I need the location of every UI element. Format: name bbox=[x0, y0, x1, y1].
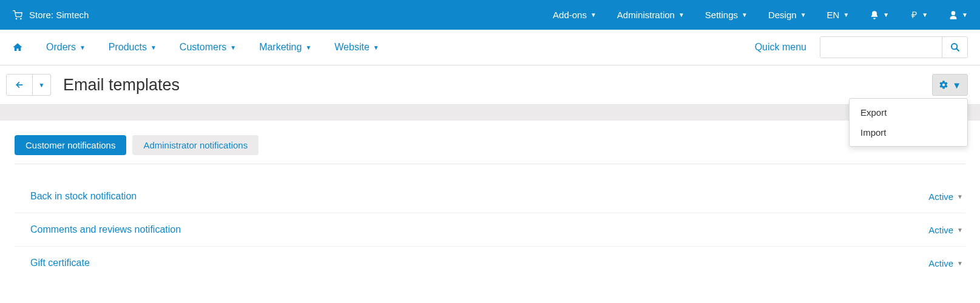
search-box bbox=[820, 36, 968, 58]
tab-divider bbox=[15, 164, 965, 164]
caret-down-icon: ▼ bbox=[742, 12, 748, 18]
content: Customer notifications Administrator not… bbox=[0, 121, 980, 279]
svg-point-0 bbox=[16, 18, 16, 19]
page-title: Email templates bbox=[63, 76, 180, 95]
caret-down-icon: ▼ bbox=[678, 12, 684, 18]
tab-customer-notifications[interactable]: Customer notifications bbox=[15, 135, 126, 155]
row-status-dropdown[interactable]: Active ▼ bbox=[928, 258, 963, 268]
caret-down-icon: ▼ bbox=[230, 44, 236, 51]
back-dropdown[interactable]: ▼ bbox=[33, 74, 51, 96]
gear-dropdown-menu: Export Import bbox=[849, 98, 968, 147]
caret-down-icon: ▼ bbox=[883, 12, 889, 18]
arrow-left-icon bbox=[15, 81, 24, 89]
table-row: Comments and reviews notification Active… bbox=[15, 213, 965, 247]
nav-settings-label: Settings bbox=[705, 10, 738, 20]
back-button-group: ▼ bbox=[6, 74, 51, 96]
user-menu-button[interactable]: ▼ bbox=[948, 10, 968, 20]
notifications-button[interactable]: ▼ bbox=[870, 10, 889, 20]
nav-orders-label: Orders bbox=[46, 42, 76, 53]
row-status-label: Active bbox=[928, 191, 953, 202]
search-icon bbox=[950, 42, 960, 52]
caret-down-icon: ▼ bbox=[843, 12, 849, 18]
quick-menu-link[interactable]: Quick menu bbox=[755, 42, 806, 53]
nav-settings[interactable]: Settings ▼ bbox=[705, 10, 748, 20]
row-title-link[interactable]: Gift certificate bbox=[30, 258, 90, 268]
caret-down-icon: ▼ bbox=[39, 82, 45, 88]
bell-icon bbox=[870, 10, 879, 20]
row-title-link[interactable]: Comments and reviews notification bbox=[30, 224, 181, 235]
nav-customers[interactable]: Customers ▼ bbox=[180, 42, 236, 53]
tab-administrator-notifications[interactable]: Administrator notifications bbox=[132, 135, 259, 155]
gray-strip bbox=[0, 105, 980, 121]
caret-down-icon: ▼ bbox=[800, 12, 806, 18]
page-header: ▼ Email templates ▼ Export Import bbox=[0, 65, 980, 105]
row-title-link[interactable]: Back in stock notification bbox=[30, 191, 137, 202]
tabs: Customer notifications Administrator not… bbox=[15, 135, 965, 155]
navbar: Orders ▼ Products ▼ Customers ▼ Marketin… bbox=[0, 30, 980, 65]
topbar-right: Add-ons ▼ Administration ▼ Settings ▼ De… bbox=[553, 10, 968, 20]
caret-down-icon: ▼ bbox=[952, 80, 961, 90]
caret-down-icon: ▼ bbox=[373, 44, 379, 51]
nav-addons-label: Add-ons bbox=[553, 10, 587, 20]
home-link[interactable] bbox=[12, 42, 23, 53]
caret-down-icon: ▼ bbox=[305, 44, 311, 51]
user-icon bbox=[948, 10, 958, 20]
nav-design-label: Design bbox=[768, 10, 797, 20]
nav-website[interactable]: Website ▼ bbox=[334, 42, 379, 53]
nav-administration-label: Administration bbox=[617, 10, 675, 20]
table-row: Gift certificate Active ▼ bbox=[15, 247, 965, 279]
gear-menu-import[interactable]: Import bbox=[850, 122, 967, 142]
navbar-left: Orders ▼ Products ▼ Customers ▼ Marketin… bbox=[12, 42, 379, 53]
caret-down-icon: ▼ bbox=[957, 260, 963, 267]
caret-down-icon: ▼ bbox=[957, 227, 963, 233]
topbar-left: Store: Simtech bbox=[12, 10, 89, 20]
search-input[interactable] bbox=[820, 37, 942, 58]
nav-language-label: EN bbox=[827, 10, 840, 20]
caret-down-icon: ▼ bbox=[957, 193, 963, 200]
row-status-label: Active bbox=[928, 225, 953, 235]
nav-administration[interactable]: Administration ▼ bbox=[617, 10, 684, 20]
caret-down-icon: ▼ bbox=[590, 12, 596, 18]
table-row: Back in stock notification Active ▼ bbox=[15, 180, 965, 213]
gear-wrap: ▼ Export Import bbox=[932, 74, 968, 96]
nav-products-label: Products bbox=[109, 42, 147, 53]
caret-down-icon: ▼ bbox=[150, 44, 157, 51]
cart-icon[interactable] bbox=[12, 10, 23, 20]
nav-marketing[interactable]: Marketing ▼ bbox=[259, 42, 311, 53]
nav-addons[interactable]: Add-ons ▼ bbox=[553, 10, 596, 20]
home-icon bbox=[12, 42, 23, 53]
nav-language[interactable]: EN ▼ bbox=[827, 10, 850, 20]
caret-down-icon: ▼ bbox=[79, 44, 86, 51]
svg-line-3 bbox=[956, 48, 959, 51]
topbar: Store: Simtech Add-ons ▼ Administration … bbox=[0, 0, 980, 30]
ruble-icon bbox=[910, 10, 918, 20]
gear-button[interactable]: ▼ bbox=[932, 74, 968, 96]
gear-menu-export[interactable]: Export bbox=[850, 102, 967, 122]
caret-down-icon: ▼ bbox=[962, 12, 968, 18]
row-status-dropdown[interactable]: Active ▼ bbox=[928, 191, 963, 202]
store-label[interactable]: Store: Simtech bbox=[29, 10, 89, 20]
nav-customers-label: Customers bbox=[180, 42, 226, 53]
navbar-right: Quick menu bbox=[755, 36, 968, 58]
row-status-label: Active bbox=[928, 258, 953, 268]
nav-orders[interactable]: Orders ▼ bbox=[46, 42, 86, 53]
row-status-dropdown[interactable]: Active ▼ bbox=[928, 225, 963, 235]
currency-button[interactable]: ▼ bbox=[910, 10, 928, 20]
nav-website-label: Website bbox=[334, 42, 370, 53]
back-button[interactable] bbox=[6, 74, 33, 96]
nav-marketing-label: Marketing bbox=[259, 42, 302, 53]
caret-down-icon: ▼ bbox=[922, 12, 928, 18]
gear-icon bbox=[939, 80, 948, 90]
nav-products[interactable]: Products ▼ bbox=[109, 42, 157, 53]
nav-design[interactable]: Design ▼ bbox=[768, 10, 806, 20]
search-button[interactable] bbox=[942, 37, 967, 58]
svg-point-1 bbox=[21, 18, 21, 19]
